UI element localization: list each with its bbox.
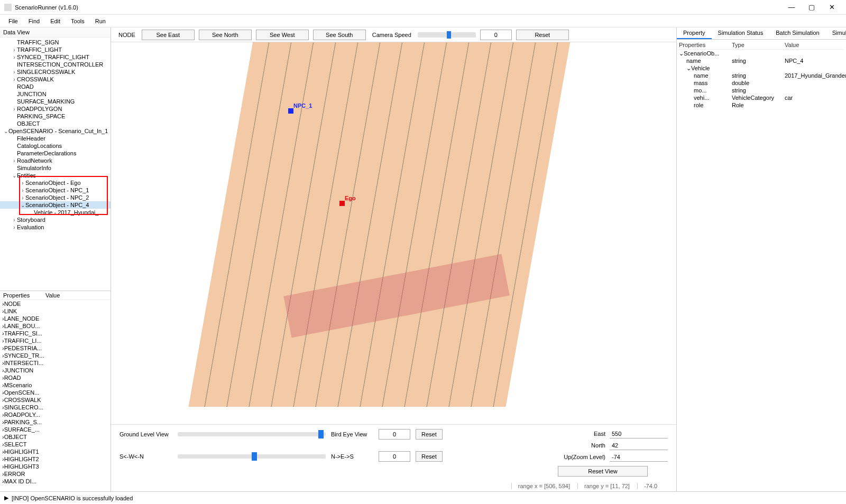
tree-row[interactable]: ›TRAFFIC_LIGHT xyxy=(0,46,111,53)
tree-row[interactable]: ParameterDeclarations xyxy=(0,150,111,157)
tree-row[interactable]: ›Evaluation xyxy=(0,223,111,231)
tree-row[interactable]: ›CROSSWALK xyxy=(0,76,111,83)
tree-row[interactable]: ⌄OpenSCENARIO - Scenario_Cut_In_1 xyxy=(0,127,111,135)
props-col-properties: Properties xyxy=(0,291,42,300)
tree-row[interactable]: ›Storyboard xyxy=(0,216,111,223)
close-button[interactable]: ✕ xyxy=(822,1,842,14)
viewport[interactable]: NPC_1 Ego xyxy=(111,42,676,424)
tree-row[interactable]: TRAFFIC_SIGN xyxy=(0,39,111,46)
see-south-button[interactable]: See South xyxy=(313,30,366,40)
tree-row[interactable]: SURFACE_MARKING xyxy=(0,98,111,105)
tree-row[interactable]: OBJECT xyxy=(0,120,111,127)
propgrid-row[interactable]: roleRole xyxy=(679,101,844,109)
tree-row[interactable]: JUNCTION xyxy=(0,90,111,98)
props-row[interactable]: ›PARKING_S... xyxy=(0,418,111,426)
propgrid-row[interactable]: namestringNPC_4 xyxy=(679,57,844,64)
propgrid-row[interactable]: namestring2017_Hyundai_Grandeur xyxy=(679,72,844,79)
lower-controls: Ground Level View Bird Eye View Reset S<… xyxy=(111,424,676,491)
tree-row[interactable]: ›ROADPOLYGON xyxy=(0,105,111,113)
tree-row[interactable]: INTERSECTION_CONTROLLER xyxy=(0,61,111,68)
props-row[interactable]: ›TRAFFIC_SI... xyxy=(0,330,111,337)
propgrid-row[interactable]: massdouble xyxy=(679,79,844,87)
east-input[interactable] xyxy=(610,429,668,438)
camera-speed-input[interactable] xyxy=(480,30,512,40)
tree-row[interactable]: FileHeader xyxy=(0,135,111,142)
ego-label: Ego xyxy=(345,195,356,201)
props-row[interactable]: ›HIGHLIGHT3 xyxy=(0,463,111,470)
props-row[interactable]: ›LINK xyxy=(0,307,111,315)
propgrid-row[interactable]: mo...string xyxy=(679,87,844,94)
reset-view-2[interactable]: Reset xyxy=(416,451,443,462)
menu-tools[interactable]: Tools xyxy=(66,17,90,25)
see-west-button[interactable]: See West xyxy=(256,30,309,40)
props-row[interactable]: ›HIGHLIGHT1 xyxy=(0,448,111,455)
props-col-value: Value xyxy=(42,291,63,300)
tree-row[interactable]: ⌄Entities xyxy=(0,172,111,179)
ground-view-slider[interactable] xyxy=(178,432,326,436)
menu-file[interactable]: File xyxy=(3,17,23,25)
view-value-1[interactable] xyxy=(379,429,410,440)
props-row[interactable]: ›OBJECT xyxy=(0,433,111,441)
view-value-2[interactable] xyxy=(379,451,410,462)
north-input[interactable] xyxy=(610,441,668,450)
props-row[interactable]: ›LANE_BOU... xyxy=(0,322,111,330)
props-row[interactable]: ›OpenSCEN... xyxy=(0,389,111,396)
tree-row[interactable]: ›ScenarioObject - NPC_2 xyxy=(0,194,111,201)
props-row[interactable]: ›ROAD xyxy=(0,374,111,381)
tree-row[interactable]: CatalogLocations xyxy=(0,142,111,150)
props-row[interactable]: ›INTERSECTI... xyxy=(0,359,111,367)
props-row[interactable]: ›ROADPOLY... xyxy=(0,411,111,418)
reset-view-1[interactable]: Reset xyxy=(416,429,443,440)
tab-property[interactable]: Property xyxy=(677,27,712,39)
tree-row[interactable]: SimulatorInfo xyxy=(0,164,111,172)
ego-marker[interactable] xyxy=(339,201,345,206)
reset-view-button[interactable]: Reset View xyxy=(558,466,648,477)
orientation-slider[interactable] xyxy=(178,454,326,459)
tree-row[interactable]: ›ScenarioObject - NPC_1 xyxy=(0,186,111,194)
tab-simulation[interactable]: Simulati xyxy=(826,27,846,39)
propgrid-row[interactable]: ⌄Vehicle xyxy=(679,64,844,72)
tab-batch-sim[interactable]: Batch Simulation xyxy=(769,27,826,39)
tree-row[interactable]: ROAD xyxy=(0,83,111,90)
props-row[interactable]: ›MScenario xyxy=(0,381,111,389)
right-tabs: Property Simulation Status Batch Simulat… xyxy=(677,27,846,40)
props-row[interactable]: ›HIGHLIGHT2 xyxy=(0,455,111,463)
props-row[interactable]: ›SYNCED_TR... xyxy=(0,352,111,359)
npc1-marker[interactable] xyxy=(288,108,293,114)
props-row[interactable]: ›SURFACE_... xyxy=(0,426,111,433)
props-row[interactable]: ›CROSSWALK xyxy=(0,396,111,404)
props-row[interactable]: ›TRAFFIC_LI... xyxy=(0,337,111,344)
tree-row[interactable]: ›SINGLECROSSWALK xyxy=(0,68,111,76)
see-east-button[interactable]: See East xyxy=(142,30,195,40)
props-row[interactable]: ›ERROR xyxy=(0,470,111,478)
tab-sim-status[interactable]: Simulation Status xyxy=(712,27,770,39)
data-view-tree[interactable]: TRAFFIC_SIGN›TRAFFIC_LIGHT›SYNCED_TRAFFI… xyxy=(0,38,111,291)
tree-row[interactable]: PARKING_SPACE xyxy=(0,113,111,120)
tree-row[interactable]: ⌄ScenarioObject - NPC_4 xyxy=(0,201,111,209)
props-row[interactable]: ›JUNCTION xyxy=(0,367,111,374)
tree-row[interactable]: ›SYNCED_TRAFFIC_LIGHT xyxy=(0,53,111,61)
props-row[interactable]: ›MAX ID DI... xyxy=(0,478,111,485)
props-row[interactable]: ›NODE xyxy=(0,300,111,307)
status-bar: ▶ [INFO] OpenSCENARIO is successfully lo… xyxy=(0,491,846,504)
props-row[interactable]: ›PEDESTRIA... xyxy=(0,344,111,352)
up-input[interactable] xyxy=(610,452,668,462)
menu-bar: File Find Edit Tools Run xyxy=(0,15,846,27)
tree-row[interactable]: Vehicle - 2017_Hyundai_... xyxy=(0,209,111,216)
minimize-button[interactable]: — xyxy=(781,1,802,14)
props-row[interactable]: ›LANE_NODE xyxy=(0,315,111,322)
menu-edit[interactable]: Edit xyxy=(45,17,66,25)
camera-speed-slider[interactable] xyxy=(418,32,476,38)
props-row[interactable]: ›SINGLECRO... xyxy=(0,404,111,411)
see-north-button[interactable]: See North xyxy=(199,30,252,40)
propgrid-row[interactable]: ⌄ScenarioOb... xyxy=(679,50,844,57)
menu-run[interactable]: Run xyxy=(90,17,111,25)
propgrid-row[interactable]: vehi...VehicleCategorycar xyxy=(679,94,844,101)
status-play-icon[interactable]: ▶ xyxy=(4,494,8,501)
tree-row[interactable]: ›ScenarioObject - Ego xyxy=(0,179,111,186)
menu-find[interactable]: Find xyxy=(23,17,45,25)
tree-row[interactable]: ›RoadNetwork xyxy=(0,157,111,164)
props-row[interactable]: ›SELECT xyxy=(0,441,111,448)
reset-button[interactable]: Reset xyxy=(516,30,569,40)
maximize-button[interactable]: ▢ xyxy=(802,1,822,14)
